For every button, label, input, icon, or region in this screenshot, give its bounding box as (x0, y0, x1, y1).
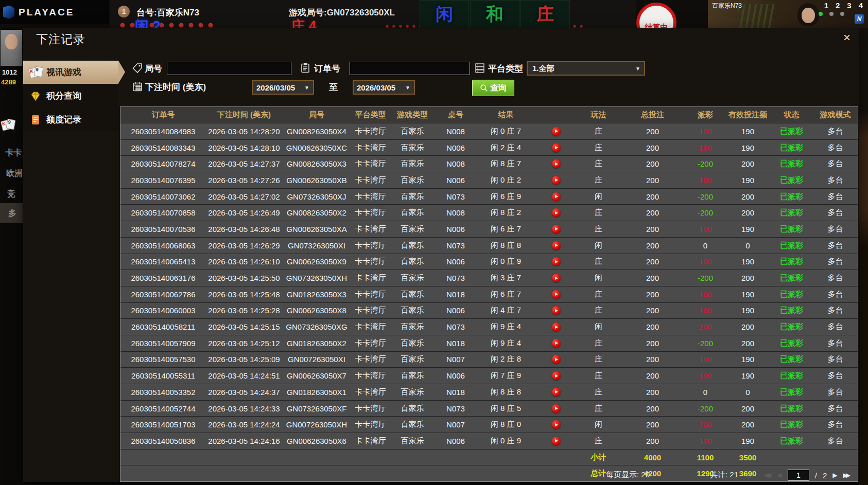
sidebar-tab-label: 视讯游戏 (46, 66, 81, 78)
cell-status: 已派彩 (770, 238, 813, 254)
cell-result: 闲 8 庄 2 (476, 205, 535, 221)
next-page-icon[interactable]: ▶ (832, 472, 837, 479)
replay-icon[interactable] (552, 306, 561, 315)
last-page-icon[interactable]: ▶▶ (843, 472, 850, 479)
table-row[interactable]: 2603051400763952026-03-05 14:27:26GN0062… (120, 172, 858, 188)
table-row[interactable]: 2603051400579092026-03-05 14:25:12GN0182… (120, 335, 858, 351)
table-row[interactable]: 2603051400708582026-03-05 14:26:49GN0082… (120, 204, 858, 221)
table-row[interactable]: 2603051400527442026-03-05 14:24:33GN0732… (120, 400, 858, 417)
platform-select[interactable]: 1.全部 ▼ (527, 61, 645, 76)
column-header: 平台类型 (351, 107, 390, 123)
cell-result: 闲 0 庄 7 (476, 123, 535, 139)
summary-cell-empty (351, 450, 390, 465)
table-row[interactable]: 2603051400533522026-03-05 14:24:37GN0182… (120, 384, 858, 400)
cell-game-mode: 多台 (813, 123, 857, 139)
cell-result: 闲 8 庄 7 (476, 156, 535, 172)
replay-icon[interactable] (552, 437, 561, 445)
cell-result: 闲 0 庄 9 (476, 433, 535, 449)
cell-round: GN007263050XH (282, 417, 351, 433)
sidebar-tab-3[interactable]: 额度记录 (23, 108, 118, 131)
summary-payout: 1100 (685, 450, 726, 465)
lobby-menu-item[interactable]: 多 (8, 208, 16, 219)
table-row[interactable]: 2603051400705362026-03-05 14:26:48GN0062… (120, 221, 858, 237)
cell-play-type: 闲 (577, 238, 620, 254)
cell-time: 2026-03-05 14:26:29 (206, 238, 282, 254)
replay-icon[interactable] (552, 274, 561, 282)
playace-logo-text: PLAYACE (19, 7, 74, 18)
date-from-select[interactable]: 2026/03/05 ▼ (252, 80, 314, 95)
cell-table-no: N006 (435, 254, 476, 270)
replay-icon[interactable] (552, 322, 561, 331)
replay-icon[interactable] (552, 420, 561, 429)
replay-icon[interactable] (552, 159, 561, 168)
round-input[interactable] (167, 62, 291, 75)
cell-table-no: N007 (435, 352, 476, 368)
first-page-icon[interactable]: ◀◀ (764, 472, 771, 479)
replay-icon[interactable] (552, 371, 561, 380)
table-row[interactable]: 2603051400782742026-03-05 14:27:37GN0082… (120, 155, 858, 172)
replay-icon[interactable] (552, 355, 561, 364)
replay-icon[interactable] (552, 404, 561, 413)
cell-valid-bet: 200 (726, 205, 770, 221)
order-input[interactable] (350, 62, 470, 75)
avatar[interactable] (1, 30, 22, 66)
cell-game-type: 百家乐 (390, 433, 435, 449)
cell-order: 260305140052744 (120, 401, 206, 417)
table-row[interactable]: 2603051400627862026-03-05 14:25:48GN0182… (120, 286, 858, 302)
table-row[interactable]: 2603051400517032026-03-05 14:24:24GN0072… (120, 416, 858, 433)
replay-icon[interactable] (552, 143, 561, 152)
table-row[interactable]: 2603051400575302026-03-05 14:25:09GN0072… (120, 351, 858, 368)
cell-round: GN073263050XF (282, 401, 351, 417)
prev-page-icon[interactable]: ◀ (777, 472, 782, 479)
bet-zone[interactable]: 闲 (420, 0, 469, 28)
replay-icon[interactable] (552, 192, 561, 201)
cell-round: GN018263050X2 (282, 335, 351, 351)
sidebar-tab-1[interactable]: K9视讯游戏 (23, 61, 118, 84)
table-row[interactable]: 2603051400654132026-03-05 14:26:10GN0062… (120, 254, 858, 270)
cell-result: 闲 8 庄 0 (476, 417, 535, 433)
replay-icon[interactable] (552, 339, 561, 348)
replay-icon[interactable] (552, 257, 561, 266)
sidebar-tab-2[interactable]: 积分查询 (23, 84, 118, 107)
replay-icon[interactable] (552, 241, 561, 250)
replay-icon[interactable] (552, 208, 561, 217)
cell-status: 已派彩 (770, 123, 813, 139)
cell-play-type: 闲 (577, 417, 620, 433)
cell-round: GN006263050X8 (282, 303, 351, 319)
table-row[interactable]: 2603051400600032026-03-05 14:25:28GN0062… (120, 302, 858, 319)
close-icon[interactable]: × (843, 31, 850, 44)
lobby-menu-item[interactable]: 竞 (7, 189, 15, 200)
table-row[interactable]: 2603051400833432026-03-05 14:28:10GN0062… (120, 139, 858, 156)
replay-icon[interactable] (552, 388, 561, 397)
cell-play-type: 庄 (577, 123, 620, 139)
summary-cell-empty (120, 450, 206, 465)
cell-game-mode: 多台 (813, 205, 857, 221)
table-row[interactable]: 2603051400849832026-03-05 14:28:20GN0082… (120, 123, 858, 139)
table-row[interactable]: 2603051400508362026-03-05 14:24:16GN0062… (120, 433, 858, 449)
table-row[interactable]: 2603051400582112026-03-05 14:25:15GN0732… (120, 318, 858, 335)
date-to-select[interactable]: 2026/03/05 ▼ (353, 80, 415, 95)
replay-icon[interactable] (552, 225, 561, 233)
cell-replay (535, 140, 577, 156)
cell-game-mode: 多台 (813, 384, 857, 400)
replay-icon[interactable] (552, 127, 561, 136)
table-row[interactable]: 2603051400553112026-03-05 14:24:51GN0062… (120, 367, 858, 384)
replay-icon[interactable] (552, 290, 561, 299)
cell-total-bet: 200 (620, 368, 685, 384)
query-button[interactable]: 查询 (472, 80, 514, 96)
page-input[interactable]: 1 (788, 470, 809, 481)
cell-order: 260305140073062 (120, 189, 206, 205)
lobby-menu-item[interactable]: 卡卡 (5, 148, 22, 158)
lobby-menu-item[interactable]: 欧洲 (6, 168, 23, 179)
cell-total-bet: 200 (620, 238, 685, 254)
cell-replay (535, 401, 577, 417)
table-row[interactable]: 2603051400730622026-03-05 14:27:02GN0732… (120, 188, 858, 205)
table-row[interactable]: 2603051400680632026-03-05 14:26:29GN0732… (120, 237, 858, 254)
bet-zone[interactable]: 庄 (520, 0, 570, 28)
bet-zone[interactable]: 和 (470, 0, 519, 28)
cell-time: 2026-03-05 14:25:50 (206, 270, 282, 286)
cell-replay (535, 205, 577, 221)
replay-icon[interactable] (552, 176, 561, 185)
cell-order: 260305140058211 (120, 319, 206, 335)
table-row[interactable]: 2603051400631762026-03-05 14:25:50GN0732… (120, 270, 858, 286)
